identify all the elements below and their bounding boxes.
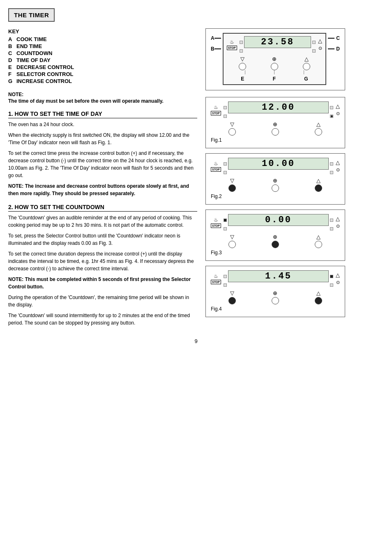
section-2-para-2: To set the correct time duration depress… — [8, 250, 197, 272]
btn-circle-f — [271, 63, 278, 70]
btn-f-f2 — [272, 184, 279, 192]
btn-e-f1 — [228, 128, 236, 136]
ind-f4-tl — [224, 275, 227, 278]
ind-f3-tl — [224, 219, 227, 222]
up-triangle-icon: △ — [304, 56, 309, 62]
stop-label-f4: STOP — [211, 280, 221, 284]
steam-icon-f3: ♨ — [214, 217, 218, 223]
control-e-f3[interactable]: ▽ — [228, 234, 236, 248]
fig4-display: 1.45 — [228, 270, 329, 282]
steam-icon-f4: ♨ — [214, 273, 218, 279]
label-a: A — [211, 33, 223, 44]
section-1-para-1: When the electricity supply is first swi… — [8, 131, 197, 146]
ind-f1-tl — [224, 106, 227, 109]
triangle-up-icon: △ — [318, 38, 322, 44]
up-tri-f4: △ — [316, 290, 321, 296]
control-g-f2[interactable]: △ — [315, 177, 322, 192]
ind-f4-bl — [224, 283, 227, 287]
fig4-label: Fig.4 — [211, 306, 340, 312]
cd-labels: C D — [328, 33, 340, 85]
control-g-f1[interactable]: △ — [315, 121, 322, 136]
key-item-b: B END TIME — [8, 43, 197, 49]
down-tri-f3: ▽ — [230, 234, 234, 240]
control-e[interactable]: ▽ — [239, 56, 246, 70]
sun-f2: ⊙ — [336, 167, 340, 173]
section-1-heading: 1. HOW TO SET THE TIME OF DAY — [8, 111, 197, 118]
main-diagram: A B ♨ STOP — [205, 28, 345, 90]
key-section: KEY A COOK TIME B END TIME C COUNTDOWN D… — [8, 28, 197, 84]
section-2-note: NOTE: This must be completed within 5 se… — [8, 276, 197, 290]
key-text-f: SELECTOR CONTROL — [16, 71, 73, 77]
section-2-para-4: The 'Countdown' will sound intermittentl… — [8, 312, 197, 327]
control-g-f4[interactable]: △ — [315, 290, 322, 304]
clock-f1: ⊕ — [273, 121, 277, 127]
section-1-note: NOTE: The increase and decrease control … — [8, 182, 197, 197]
fig3-label: Fig.3 — [211, 250, 340, 256]
fig2-display: 10.00 — [228, 158, 329, 170]
down-tri-f1: ▽ — [230, 121, 234, 127]
triangle-f4: △ — [336, 272, 340, 278]
label-b: B — [211, 44, 223, 54]
control-f-f4[interactable]: ⊕ — [272, 290, 279, 304]
section-1-para-2: To set the correct time press the increa… — [8, 150, 197, 179]
fig2-label: Fig.2 — [211, 193, 340, 199]
key-letter-c: C — [8, 50, 16, 56]
control-f[interactable]: ⊕ — [271, 56, 278, 70]
control-g-f3[interactable]: △ — [315, 234, 322, 248]
page-title-bar: THE TIMER — [8, 8, 384, 28]
down-tri-f2: ▽ — [230, 177, 234, 184]
btn-e-f4 — [228, 297, 236, 304]
key-item-e: E DECREASE CONTROL — [8, 64, 197, 70]
section-2: 2. HOW TO SET THE COUNTDOWN The 'Countdo… — [8, 204, 197, 327]
ind-f2-tr — [330, 162, 333, 166]
key-letter-f: F — [8, 71, 16, 77]
up-tri-f1: △ — [316, 121, 321, 127]
section-2-para-1: To set, press the Selector Control butto… — [8, 232, 197, 247]
label-e: E — [241, 76, 244, 82]
control-f-f1[interactable]: ⊕ — [272, 121, 279, 136]
main-panel: ♨ STOP 23.58 — [223, 33, 327, 85]
key-letter-e: E — [8, 64, 16, 70]
section-1-para-0: The oven has a 24 hour clock. — [8, 121, 197, 128]
ind-f4-br — [330, 283, 333, 287]
control-e-f2[interactable]: ▽ — [228, 177, 236, 192]
stop-label-f3: STOP — [211, 223, 221, 228]
label-d: D — [328, 44, 340, 54]
control-e-f4[interactable]: ▽ — [228, 290, 236, 304]
section-2-para-3: During the operation of the 'Countdown',… — [8, 294, 197, 309]
key-text-c: COUNTDOWN — [16, 50, 52, 56]
fig3-diagram: ♨ STOP 0.00 △ — [205, 210, 345, 261]
ind-f2-bl — [224, 171, 227, 174]
control-f-f2[interactable]: ⊕ — [272, 177, 279, 192]
ind-f3-br — [330, 227, 333, 230]
clock-f2: ⊕ — [273, 177, 277, 184]
down-triangle-icon: ▽ — [240, 56, 244, 62]
key-letter-g: G — [8, 78, 16, 84]
triangle-f1: △ — [336, 103, 340, 109]
stop-label-f2: STOP — [211, 167, 221, 172]
ind-f1-bl — [224, 115, 227, 118]
btn-e-f3 — [228, 241, 236, 248]
key-letter-b: B — [8, 43, 16, 49]
steam-icon-f1: ♨ — [214, 104, 218, 110]
page-title: THE TIMER — [8, 8, 55, 22]
down-tri-f4: ▽ — [230, 290, 234, 296]
key-item-a: A COOK TIME — [8, 36, 197, 42]
key-item-d: D TIME OF DAY — [8, 57, 197, 63]
fig3-display: 0.00 — [228, 214, 329, 226]
ind-f3-tr — [330, 219, 333, 222]
control-f-f3[interactable]: ⊕ — [272, 234, 279, 248]
control-g[interactable]: △ — [303, 56, 310, 70]
btn-g-f1 — [315, 128, 322, 136]
ind-f1-br: ✱ — [330, 115, 333, 118]
control-e-f1[interactable]: ▽ — [228, 121, 236, 136]
sun-f3: ⊙ — [336, 223, 340, 229]
fig1-label: Fig.1 — [211, 137, 340, 143]
ind-f2-br — [330, 171, 333, 174]
up-tri-f3: △ — [316, 234, 321, 240]
ind-f4-tr — [330, 275, 333, 278]
btn-circle-g — [303, 63, 310, 70]
main-display: 23.58 — [244, 36, 311, 48]
stop-label-f1: STOP — [211, 111, 221, 115]
key-text-d: TIME OF DAY — [16, 57, 51, 63]
